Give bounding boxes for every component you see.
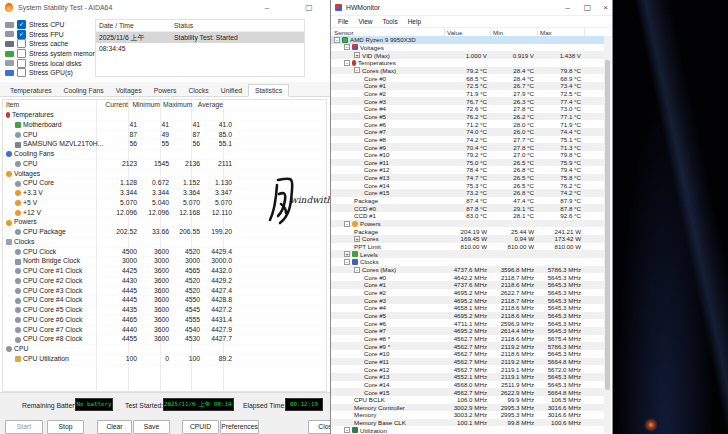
table-row[interactable]: CPU Core #4 Clock4445360045504428.8: [3, 296, 326, 306]
checkbox[interactable]: ✓: [17, 20, 26, 29]
minimize-button[interactable]: –: [258, 0, 276, 15]
collapse-icon[interactable]: -: [354, 267, 360, 273]
sensor-row[interactable]: CCD #087.8 °C29.1 °C87.8 °C: [331, 204, 605, 212]
table-row[interactable]: CPU Core #3 Clock4445360045204427.4: [3, 287, 326, 297]
table-row[interactable]: +3.3 V3.3443.3443.3643.347: [3, 189, 326, 199]
sensor-row[interactable]: -Powers: [331, 220, 605, 228]
stress-option[interactable]: Stress system memory: [5, 49, 98, 59]
stress-option[interactable]: ✓Stress CPU: [5, 20, 98, 30]
table-row[interactable]: Voltages: [3, 170, 326, 180]
collapse-icon[interactable]: -: [344, 221, 350, 227]
tab-statistics[interactable]: Statistics: [248, 84, 289, 97]
sensor-row[interactable]: Core #376.7 °C26.3 °C77.4 °C: [331, 97, 605, 105]
sensor-row[interactable]: -Voltages: [331, 44, 605, 52]
table-row[interactable]: CPU Core1.1280.6721.1521.130: [3, 179, 326, 189]
sensor-row[interactable]: Core #24695.2 MHz2622.7 MHz5645.3 MHz: [331, 289, 605, 297]
collapse-icon[interactable]: -: [344, 259, 350, 265]
table-row[interactable]: SAMSUNG MZVL21T0H...56555655.1: [3, 140, 326, 150]
table-row[interactable]: CPU87498785.0: [3, 131, 326, 141]
stress-option[interactable]: Stress GPU(s): [5, 68, 98, 78]
checkbox[interactable]: ✓: [17, 30, 26, 39]
sensor-row[interactable]: Core #1573.2 °C26.8 °C74.2 °C: [331, 189, 605, 197]
sensor-row[interactable]: Core #1079.2 °C27.0 °C79.8 °C: [331, 151, 605, 159]
sensor-row[interactable]: Core #671.2 °C28.0 °C71.9 °C: [331, 120, 605, 128]
sensor-row[interactable]: -Cores (Max)4737.6 MHz3596.8 MHz5786.3 M…: [331, 266, 605, 274]
sensor-row[interactable]: +Levels: [331, 250, 605, 258]
sensor-row[interactable]: Core #54695.2 MHz2118.6 MHz5645.3 MHz: [331, 312, 605, 320]
menu-file[interactable]: File: [333, 18, 353, 25]
table-row[interactable]: Cooling Fans: [3, 150, 326, 160]
tab-temperatures[interactable]: Temperatures: [4, 85, 58, 96]
menu-view[interactable]: View: [353, 18, 377, 25]
tab-voltages[interactable]: Voltages: [110, 85, 148, 96]
table-row[interactable]: Powers: [3, 218, 326, 228]
table-row[interactable]: CPU Package202.5233.66206.55199.20: [3, 228, 326, 238]
menu-tools[interactable]: Tools: [377, 18, 402, 25]
table-row[interactable]: CPU2123154521362111: [3, 160, 326, 170]
sensor-row[interactable]: Core #124562.7 MHz2119.1 MHz5672.0 MHz: [331, 365, 605, 373]
sensor-row[interactable]: Core #271.9 °C27.9 °C72.5 °C: [331, 90, 605, 98]
sensor-row[interactable]: Core #068.5 °C28.4 °C68.9 °C: [331, 74, 605, 82]
checkbox[interactable]: [17, 39, 26, 48]
clear-button[interactable]: Clear: [97, 420, 132, 434]
sensor-row[interactable]: Core #1175.0 °C26.5 °C75.9 °C: [331, 159, 605, 167]
stress-option[interactable]: Stress cache: [5, 39, 98, 49]
collapse-icon[interactable]: -: [344, 60, 350, 66]
sensor-row[interactable]: CCD #183.0 °C28.1 °C92.6 °C: [331, 212, 605, 220]
start-button[interactable]: Start: [5, 420, 43, 434]
table-row[interactable]: +12 V12.09612.09612.16812.110: [3, 209, 326, 219]
table-row[interactable]: CPU Core #7 Clock4440360045404427.9: [3, 326, 326, 336]
sensor-row[interactable]: Core #1475.3 °C26.5 °C76.2 °C: [331, 181, 605, 189]
sensor-row[interactable]: Memory3003.2 MHz2995.3 MHz3016.6 MHz: [331, 411, 605, 419]
sensor-row[interactable]: Core #1374.7 °C26.5 °C75.8 °C: [331, 174, 605, 182]
stress-option[interactable]: Stress local disks: [5, 58, 98, 68]
tab-powers[interactable]: Powers: [148, 85, 183, 96]
maximize-button[interactable]: ▢: [300, 0, 318, 15]
sensor-row[interactable]: Core #134552.1 MHz2119.1 MHz5645.3 MHz: [331, 373, 605, 381]
sensor-row[interactable]: Core #104562.7 MHz2118.6 MHz5645.3 MHz: [331, 350, 605, 358]
table-row[interactable]: +5 V5.0705.0405.0705.070: [3, 199, 326, 209]
preferences-button[interactable]: Preferences: [220, 420, 259, 434]
sensor-row[interactable]: Core #114562.7 MHz2119.2 MHz5664.8 MHz: [331, 358, 605, 366]
sensor-row[interactable]: Core #1278.4 °C26.8 °C79.4 °C: [331, 166, 605, 174]
sensor-row[interactable]: Core #172.5 °C26.7 °C73.4 °C: [331, 82, 605, 90]
sensor-row[interactable]: Core #34695.2 MHz2118.7 MHz5645.3 MHz: [331, 296, 605, 304]
sensor-row[interactable]: -Cores (Max)79.2 °C28.4 °C79.8 °C: [331, 67, 605, 75]
tab-clocks[interactable]: Clocks: [182, 85, 214, 96]
tab-cooling-fans[interactable]: Cooling Fans: [58, 85, 110, 96]
sensor-row[interactable]: Core #9 *4562.7 MHz2119.2 MHz5786.3 MHz: [331, 342, 605, 350]
sensor-row[interactable]: Core #154562.7 MHz2622.9 MHz5664.8 MHz: [331, 388, 605, 396]
sensor-row[interactable]: Package204.19 W25.44 W241.21 W: [331, 227, 605, 235]
sensor-row[interactable]: -AMD Ryzen 9 9950X3D: [331, 36, 605, 44]
table-row[interactable]: CPU Core #2 Clock4430360045204429.2: [3, 277, 326, 287]
table-row[interactable]: Temperatures: [3, 111, 326, 121]
table-row[interactable]: CPU Core #1 Clock4425360045654432.0: [3, 267, 326, 277]
sensor-row[interactable]: -Temperatures: [331, 59, 605, 67]
collapse-icon[interactable]: -: [344, 427, 350, 433]
expand-icon[interactable]: +: [354, 236, 360, 242]
stress-option[interactable]: ✓Stress FPU: [5, 30, 98, 40]
sensor-row[interactable]: Core #472.6 °C27.8 °C73.0 °C: [331, 105, 605, 113]
table-row[interactable]: CPU Core #8 Clock4455360045304427.7: [3, 335, 326, 345]
log-row[interactable]: 2025/11/6 上午 08:34:45Stability Test: Sta…: [96, 32, 304, 43]
collapse-icon[interactable]: -: [334, 37, 340, 43]
menu-help[interactable]: Help: [403, 18, 426, 25]
sensor-row[interactable]: CPU BCLK106.0 MHz99.9 MHz106.5 MHz: [331, 396, 605, 404]
scrollbar-thumb[interactable]: [605, 60, 610, 390]
sensor-row[interactable]: Core #74695.2 MHz2614.4 MHz5645.3 MHz: [331, 327, 605, 335]
vertical-scrollbar[interactable]: [604, 36, 611, 433]
sensor-row[interactable]: Memory Controller3002.9 MHz2995.3 MHz301…: [331, 404, 605, 412]
sensor-row[interactable]: -Clocks: [331, 258, 605, 266]
sensor-row[interactable]: Core #44658.1 MHz2118.6 MHz5645.3 MHz: [331, 304, 605, 312]
checkbox[interactable]: [17, 49, 26, 58]
checkbox[interactable]: [17, 68, 26, 77]
sensor-row[interactable]: Core #64711.1 MHz2596.9 MHz5645.3 MHz: [331, 319, 605, 327]
minimize-button[interactable]: –: [559, 0, 576, 15]
close-button[interactable]: Close: [308, 420, 330, 434]
table-row[interactable]: CPU Core #6 Clock4465360045554431.4: [3, 316, 326, 326]
maximize-button[interactable]: ▢: [579, 0, 596, 15]
stop-button[interactable]: Stop: [47, 420, 84, 434]
table-row[interactable]: CPU: [3, 345, 326, 355]
sensor-row[interactable]: Core #774.0 °C26.0 °C74.4 °C: [331, 128, 605, 136]
sensor-row[interactable]: Core #14737.6 MHz2118.6 MHz5645.3 MHz: [331, 281, 605, 289]
